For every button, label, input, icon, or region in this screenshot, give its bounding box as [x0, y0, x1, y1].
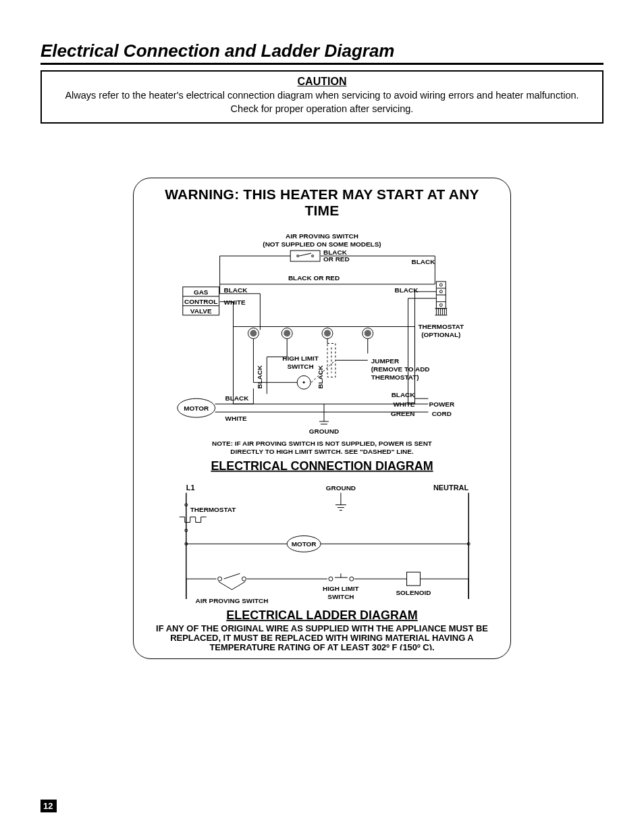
- svg-text:MOTOR: MOTOR: [184, 405, 209, 412]
- warning-text: WARNING: THIS HEATER MAY START AT ANY TI…: [146, 186, 498, 219]
- svg-point-42: [324, 330, 331, 337]
- caution-text: Always refer to the heater's electrical …: [50, 89, 594, 115]
- svg-rect-112: [407, 572, 421, 585]
- svg-point-38: [250, 330, 257, 337]
- svg-point-100: [218, 577, 222, 581]
- svg-text:BLACK: BLACK: [392, 391, 416, 398]
- svg-text:POWER: POWER: [429, 400, 455, 408]
- caution-title: CAUTION: [50, 76, 594, 88]
- svg-point-105: [329, 577, 333, 581]
- svg-text:WHITE: WHITE: [225, 415, 247, 422]
- svg-text:GREEN: GREEN: [391, 410, 414, 417]
- section2-title: ELECTRICAL LADDER DIAGRAM: [226, 608, 417, 622]
- svg-text:(REMOVE TO ADD: (REMOVE TO ADD: [371, 365, 430, 373]
- svg-text:THERMOSTAT: THERMOSTAT: [419, 323, 464, 330]
- svg-text:SOLENOID: SOLENOID: [396, 589, 431, 596]
- svg-line-2: [299, 253, 311, 256]
- wire-note-2: REPLACED, IT MUST BE REPLACED WITH WIRIN…: [170, 633, 473, 643]
- svg-point-16: [439, 284, 442, 286]
- svg-point-0: [297, 255, 299, 257]
- svg-point-18: [439, 304, 442, 307]
- svg-text:MOTOR: MOTOR: [292, 540, 317, 548]
- section1-title: ELECTRICAL CONNECTION DIAGRAM: [211, 459, 433, 473]
- air-proving-label: AIR PROVING SWITCH: [286, 232, 358, 240]
- svg-point-1: [312, 255, 314, 257]
- svg-text:GROUND: GROUND: [326, 484, 356, 492]
- air-proving-switch-symbol: [290, 251, 320, 261]
- svg-text:GAS: GAS: [194, 288, 209, 296]
- svg-text:SWITCH: SWITCH: [287, 363, 313, 371]
- svg-text:NEUTRAL: NEUTRAL: [433, 484, 469, 492]
- svg-point-108: [350, 577, 354, 581]
- svg-text:HIGH LIMIT: HIGH LIMIT: [323, 585, 359, 592]
- wire-note-3: TEMPERATURE RATING OF AT LEAST 302º F (1…: [209, 642, 434, 650]
- wiring-diagram: AIR PROVING SWITCH (NOT SUPPLIED ON SOME…: [146, 221, 498, 650]
- label-black-r1: BLACK: [412, 258, 436, 265]
- svg-text:BLACK: BLACK: [256, 365, 263, 389]
- svg-text:THERMOSTAT: THERMOSTAT: [190, 506, 236, 513]
- svg-point-40: [284, 330, 290, 337]
- svg-point-44: [365, 330, 371, 337]
- svg-text:CORD: CORD: [432, 410, 452, 417]
- wire-note-1: IF ANY OF THE ORIGINAL WIRE AS SUPPLIED …: [156, 623, 488, 633]
- svg-text:L1: L1: [186, 484, 195, 492]
- svg-text:(OPTIONAL): (OPTIONAL): [421, 331, 460, 338]
- label-black-gcv1: BLACK: [224, 286, 248, 294]
- grommets: [248, 328, 373, 339]
- svg-text:AIR PROVING SWITCH: AIR PROVING SWITCH: [196, 597, 269, 604]
- page-number: 12: [41, 800, 57, 812]
- label-black-or-red: BLACK OR RED: [288, 274, 340, 282]
- svg-point-48: [303, 382, 305, 384]
- page-title: Electrical Connection and Ladder Diagram: [41, 41, 603, 65]
- svg-line-101: [224, 573, 240, 579]
- thermostat-comb: [435, 309, 447, 315]
- svg-text:BLACK: BLACK: [225, 394, 250, 402]
- air-proving-note: (NOT SUPPLIED ON SOME MODELS): [263, 240, 381, 248]
- svg-text:JUMPER: JUMPER: [371, 358, 399, 365]
- svg-point-17: [439, 290, 442, 293]
- svg-text:GROUND: GROUND: [309, 427, 339, 435]
- svg-text:SWITCH: SWITCH: [327, 593, 354, 600]
- caution-box: CAUTION Always refer to the heater's ele…: [41, 70, 603, 124]
- svg-text:VALVE: VALVE: [190, 307, 212, 315]
- svg-text:CONTROL: CONTROL: [184, 298, 217, 305]
- diagram-container: WARNING: THIS HEATER MAY START AT ANY TI…: [133, 178, 511, 659]
- svg-text:THERMOSTAT): THERMOSTAT): [371, 373, 419, 381]
- svg-text:HIGH LIMIT: HIGH LIMIT: [282, 355, 319, 363]
- note-line2: DIRECTLY TO HIGH LIMIT SWITCH. SEE "DASH…: [230, 448, 414, 455]
- note-line1: NOTE: IF AIR PROVING SWITCH IS NOT SUPPL…: [212, 440, 432, 447]
- label-or-red: OR RED: [323, 255, 350, 263]
- svg-point-102: [242, 577, 246, 581]
